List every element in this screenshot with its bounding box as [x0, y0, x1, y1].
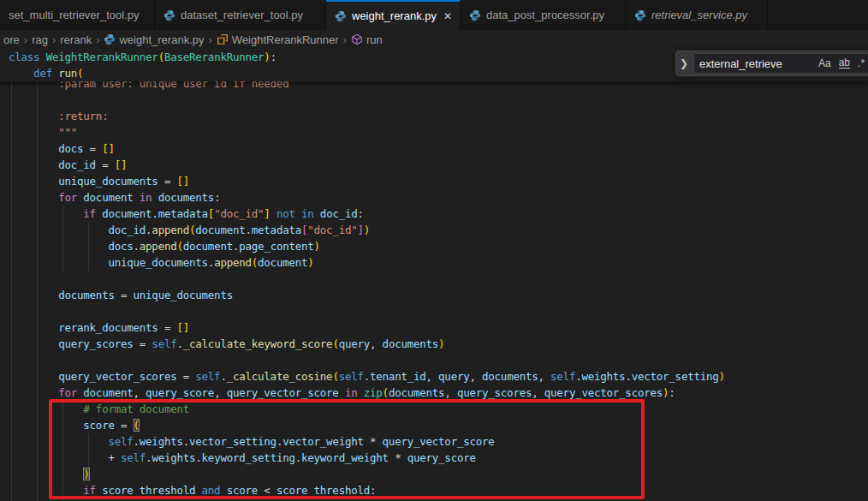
code-token: ,	[532, 386, 538, 399]
find-expand-chevron-icon[interactable]: ❯	[676, 57, 692, 69]
code-line[interactable]: def run(	[9, 65, 83, 81]
python-icon	[335, 10, 347, 22]
breadcrumb-separator-icon: ›	[24, 33, 27, 46]
code-line[interactable]: doc_id = []	[9, 157, 127, 173]
code-line[interactable]: for document, query_score, query_vector_…	[9, 385, 675, 401]
code-token: doc_id	[314, 207, 358, 220]
code-indent	[9, 484, 83, 497]
python-icon	[163, 9, 175, 21]
code-line[interactable]: if document.metadata["doc_id"] not in do…	[9, 206, 364, 222]
code-token: :	[214, 191, 220, 204]
tab-retrieval-service-py[interactable]: retrieval_service.py	[626, 0, 768, 30]
code-token: WeightRerankRunner	[46, 51, 158, 63]
tab-label: dataset_retriever_tool.py	[181, 9, 303, 21]
code-token: =	[96, 158, 115, 171]
code-token: unique_documents	[58, 175, 158, 188]
tab-label: set_multi_retriever_tool.py	[9, 9, 139, 21]
breadcrumb-item-rag[interactable]: rag	[31, 33, 49, 46]
code-line[interactable]: doc_id.append(document.metadata["doc_id"…	[9, 222, 370, 238]
code-line[interactable]: """	[9, 124, 77, 140]
code-token: metadata	[252, 224, 301, 236]
code-token: query_score	[140, 386, 214, 399]
code-token: "doc_id"	[214, 207, 264, 220]
find-input[interactable]	[699, 57, 811, 70]
breadcrumb-item-ore[interactable]: ore	[3, 33, 21, 46]
code-token: ,	[538, 370, 544, 383]
code-token: score	[220, 484, 258, 497]
code-line[interactable]: unique_documents = []	[9, 173, 189, 189]
code-token: append	[152, 224, 189, 236]
breadcrumb-item-run[interactable]: run	[350, 33, 383, 46]
code-token: vector_setting	[632, 370, 719, 383]
code-line[interactable]: query_vector_scores = self._calculate_co…	[9, 368, 725, 385]
code-token: )	[719, 370, 725, 383]
code-token: query_vector_score	[220, 386, 338, 399]
tab-close-icon[interactable]: ✕	[442, 9, 454, 23]
code-token: +	[108, 451, 121, 464]
code-line[interactable]: for document in documents:	[9, 189, 220, 206]
breadcrumb-item-rerank[interactable]: rerank	[59, 33, 92, 46]
code-token: []	[176, 175, 189, 188]
code-indent	[9, 175, 58, 188]
code-token: .	[134, 435, 140, 448]
code-line[interactable]: )	[9, 466, 90, 482]
code-line[interactable]: + self.weights.keyword_setting.keyword_w…	[9, 450, 476, 466]
code-token: weights	[581, 370, 625, 383]
code-token: *	[364, 435, 383, 448]
code-line[interactable]: class WeightRerankRunner(BaseRerankRunne…	[9, 49, 276, 65]
code-line[interactable]: query_scores = self._calculate_keyword_s…	[9, 336, 444, 352]
code-token: class	[9, 51, 39, 63]
code-line[interactable]: docs.append(document.page_content)	[9, 238, 320, 254]
code-token: :	[271, 51, 276, 63]
code-token: ,	[444, 386, 450, 399]
code-token: documents	[58, 289, 114, 301]
code-token: *	[389, 451, 407, 464]
code-line[interactable]: documents = unique_documents	[9, 287, 233, 303]
code-token: []	[176, 321, 189, 334]
code-token: ]	[358, 224, 364, 236]
code-token: .	[246, 224, 252, 236]
code-line[interactable]: rerank_documents = []	[9, 319, 189, 336]
code-token: .	[625, 370, 631, 383]
code-line[interactable]: # format document	[9, 401, 189, 417]
code-token: (	[383, 386, 389, 399]
whole-word-icon[interactable]: ab	[839, 58, 850, 69]
code-line[interactable]: self.weights.vector_setting.vector_weigh…	[9, 433, 495, 450]
code-indent	[9, 435, 108, 448]
code-token: in	[339, 386, 358, 399]
code-line[interactable]: score = (	[9, 417, 140, 433]
match-case-icon[interactable]: Aa	[818, 57, 831, 69]
method-icon	[351, 33, 363, 45]
tab-dataset-retriever-tool-py[interactable]: dataset_retriever_tool.py	[155, 0, 326, 30]
tab-weight-rerank-py[interactable]: weight_rerank.py✕	[326, 0, 461, 30]
code-token: .	[134, 240, 140, 253]
breadcrumb-label: WeightRerankRunner	[232, 33, 339, 46]
breadcrumb-item-weightrerankrunner[interactable]: WeightRerankRunner	[216, 33, 340, 46]
code-line[interactable]: :return:	[9, 108, 108, 124]
code-token: score_threshold	[96, 484, 195, 497]
code-token: documents	[476, 370, 538, 383]
code-token: self	[121, 451, 146, 464]
code-indent	[9, 142, 58, 155]
code-token: weights	[140, 435, 183, 448]
breadcrumb-label: run	[366, 33, 383, 46]
code-token: document	[77, 191, 133, 204]
breadcrumb-label: ore	[3, 33, 20, 46]
find-widget: ❯ Aa ab .*	[675, 51, 868, 76]
code-token: self	[152, 337, 176, 350]
code-token: query_vector_score	[383, 435, 495, 448]
tab-data-post-processor-py[interactable]: data_post_processor.py	[461, 0, 626, 30]
regex-icon[interactable]: .*	[858, 57, 865, 69]
code-indent	[9, 289, 58, 301]
code-token: weights	[152, 451, 195, 464]
code-token: vector_weight	[282, 435, 364, 448]
code-indent	[9, 321, 58, 334]
code-token: .	[295, 451, 301, 464]
code-token: (	[252, 256, 258, 269]
code-line[interactable]: if score_threshold and score < score_thr…	[9, 482, 376, 498]
code-line[interactable]: unique_documents.append(document)	[9, 254, 314, 271]
code-line[interactable]: docs = []	[9, 140, 115, 157]
tab-set-multi-retriever-tool-py[interactable]: set_multi_retriever_tool.py	[0, 0, 155, 30]
breadcrumb-item-weight-rerank-py[interactable]: weight_rerank.py	[103, 33, 205, 46]
code-token: )	[264, 51, 270, 63]
